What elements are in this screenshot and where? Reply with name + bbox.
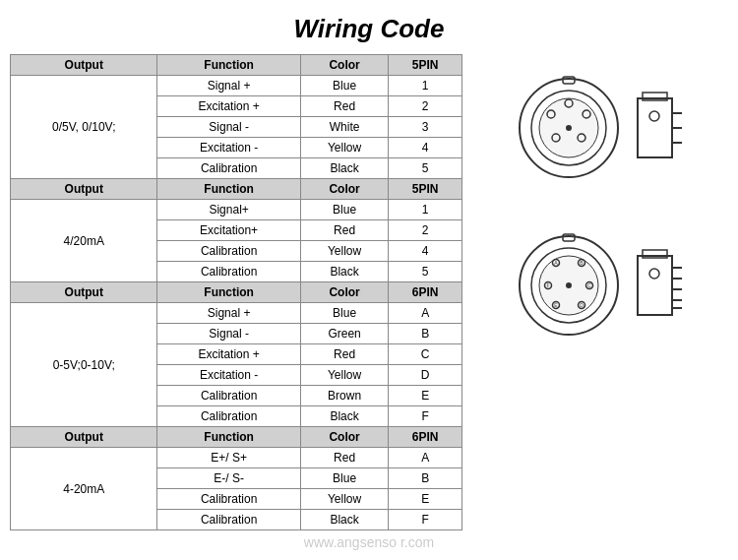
pin-cell: B: [389, 324, 462, 344]
6pin-circular-diagram: A B C D E F: [515, 231, 623, 340]
color-cell: Yellow: [300, 241, 389, 262]
pin-cell: D: [389, 365, 462, 386]
svg-point-31: [566, 282, 572, 288]
pin-cell: 2: [389, 96, 462, 117]
color-cell: Red: [300, 96, 389, 117]
color-cell: Black: [300, 406, 389, 427]
output-cell-2: 4/20mA: [11, 200, 157, 282]
color-cell: Yellow: [300, 365, 389, 386]
table-section: Output Function Color 5PIN 0/5V, 0/10V; …: [10, 54, 462, 530]
t4-h2: Function: [157, 427, 300, 448]
pin-cell: C: [389, 344, 462, 365]
color-cell: Green: [300, 324, 389, 344]
6pin-side-connector: [633, 246, 687, 325]
pin-cell: 1: [389, 76, 462, 96]
color-cell: Red: [300, 448, 389, 468]
table4-header-row: Output Function Color 6PIN: [11, 427, 462, 448]
function-cell: Calibration: [157, 241, 300, 262]
pin-cell: A: [389, 303, 462, 324]
color-cell: Yellow: [300, 489, 389, 510]
table-row: 4-20mA E+/ S+ Red A: [11, 448, 462, 468]
function-cell: Excitation+: [157, 220, 300, 241]
t2-h1: Output: [11, 179, 157, 200]
pin-cell: 4: [389, 138, 462, 158]
function-cell: Signal +: [157, 76, 300, 96]
table-row: 0-5V;0-10V; Signal + Blue A: [11, 303, 462, 324]
function-cell: Calibration: [157, 489, 300, 510]
function-cell: Signal +: [157, 303, 300, 324]
output-cell-3: 0-5V;0-10V;: [11, 303, 157, 427]
diagram-top: [515, 74, 687, 182]
function-cell: Excitation +: [157, 344, 300, 365]
color-cell: Blue: [300, 303, 389, 324]
color-cell: Black: [300, 158, 389, 179]
pin-cell: 2: [389, 220, 462, 241]
pin-cell: A: [389, 448, 462, 468]
diagram-bottom: A B C D E F: [515, 231, 687, 340]
svg-point-35: [649, 269, 659, 279]
color-cell: Brown: [300, 386, 389, 406]
function-cell: Excitation -: [157, 365, 300, 386]
pin-cell: 3: [389, 117, 462, 138]
function-cell: Signal -: [157, 324, 300, 344]
color-cell: Red: [300, 220, 389, 241]
pin-cell: 4: [389, 241, 462, 262]
function-cell: Calibration: [157, 406, 300, 427]
svg-text:C: C: [587, 282, 591, 288]
t2-h3: Color: [300, 179, 389, 200]
5pin-circular-diagram: [515, 74, 623, 182]
function-cell: E+/ S+: [157, 448, 300, 468]
t3-h1: Output: [11, 282, 157, 303]
table1-header-row: Output Function Color 5PIN: [11, 55, 462, 76]
t1-h3: Color: [300, 55, 389, 76]
table-row: 0/5V, 0/10V; Signal + Blue 1: [11, 76, 462, 96]
t2-h4: 5PIN: [389, 179, 462, 200]
color-cell: Black: [300, 510, 389, 530]
output-cell-1: 0/5V, 0/10V;: [11, 76, 157, 179]
svg-rect-33: [638, 256, 672, 315]
t4-h3: Color: [300, 427, 389, 448]
color-cell: Black: [300, 262, 389, 282]
color-cell: White: [300, 117, 389, 138]
t1-h1: Output: [11, 55, 157, 76]
t4-h4: 6PIN: [389, 427, 462, 448]
function-cell: Calibration: [157, 158, 300, 179]
diagram-section: A B C D E F: [462, 54, 728, 530]
t3-h2: Function: [157, 282, 300, 303]
color-cell: Blue: [300, 200, 389, 220]
svg-text:F: F: [546, 282, 549, 288]
t4-h1: Output: [11, 427, 157, 448]
wiring-table: Output Function Color 5PIN 0/5V, 0/10V; …: [10, 54, 462, 530]
pin-cell: B: [389, 468, 462, 489]
color-cell: Yellow: [300, 138, 389, 158]
function-cell: Signal -: [157, 117, 300, 138]
t3-h3: Color: [300, 282, 389, 303]
5pin-side-connector: [633, 89, 687, 167]
pin-cell: 1: [389, 200, 462, 220]
watermark: www.angsenso r.com: [304, 534, 434, 550]
pin-cell: F: [389, 406, 462, 427]
color-cell: Blue: [300, 468, 389, 489]
color-cell: Red: [300, 344, 389, 365]
svg-point-12: [649, 111, 659, 121]
pin-cell: E: [389, 489, 462, 510]
function-cell: Excitation -: [157, 138, 300, 158]
function-cell: Calibration: [157, 386, 300, 406]
table3-header-row: Output Function Color 6PIN: [11, 282, 462, 303]
pin-cell: E: [389, 386, 462, 406]
pin-cell: F: [389, 510, 462, 530]
t2-h2: Function: [157, 179, 300, 200]
table-row: 4/20mA Signal+ Blue 1: [11, 200, 462, 220]
t1-h2: Function: [157, 55, 300, 76]
color-cell: Blue: [300, 76, 389, 96]
function-cell: E-/ S-: [157, 468, 300, 489]
svg-point-8: [566, 125, 572, 131]
t3-h4: 6PIN: [389, 282, 462, 303]
function-cell: Excitation +: [157, 96, 300, 117]
function-cell: Calibration: [157, 262, 300, 282]
t1-h4: 5PIN: [389, 55, 462, 76]
svg-rect-10: [638, 98, 672, 157]
page-title: Wiring Code: [0, 0, 738, 54]
output-cell-4: 4-20mA: [11, 448, 157, 530]
function-cell: Calibration: [157, 510, 300, 530]
